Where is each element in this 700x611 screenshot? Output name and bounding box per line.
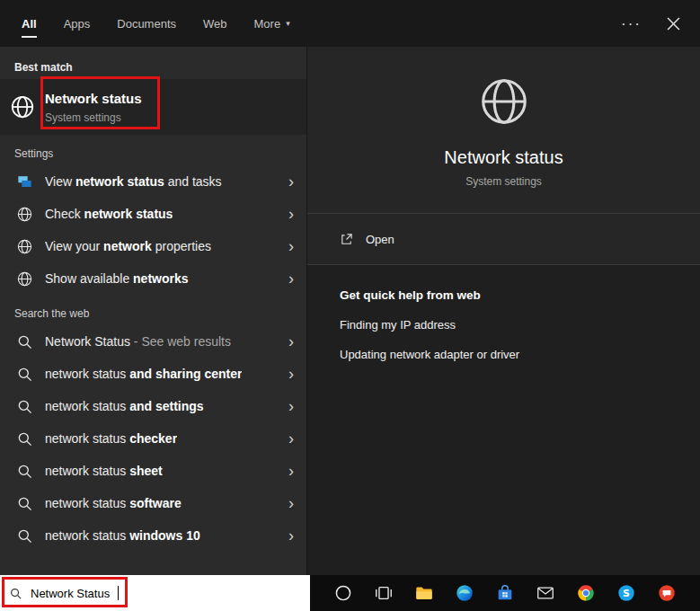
top-tab-label: All: [22, 17, 37, 31]
result-item-label: network status and sharing center: [45, 367, 242, 381]
search-result-item[interactable]: network status and sharing center ›: [0, 358, 306, 390]
task-view-button[interactable]: [371, 580, 396, 606]
mail-button[interactable]: [533, 580, 558, 606]
search-result-item[interactable]: network status and settings ›: [0, 390, 306, 422]
top-tab[interactable]: Apps ▾: [64, 0, 91, 47]
more-options-icon[interactable]: ···: [621, 16, 642, 31]
top-tab-label: More: [254, 17, 281, 31]
taskbar-icons: S: [310, 575, 700, 611]
search-result-item[interactable]: View your network properties ›: [0, 230, 306, 262]
chevron-right-icon[interactable]: ›: [283, 206, 299, 222]
window-actions: ···: [621, 0, 700, 47]
chrome-icon: [576, 583, 596, 603]
preview-title: Network status: [307, 147, 700, 168]
globe-icon: [9, 93, 36, 120]
result-item-icon: [14, 172, 34, 191]
preview-hero: Network status System settings: [307, 47, 700, 213]
search-result-item[interactable]: View network status and tasks ›: [0, 165, 306, 198]
result-item-icon: [14, 204, 34, 224]
chat-icon: [657, 583, 677, 603]
search-result-item[interactable]: Show available networks ›: [0, 262, 306, 295]
chevron-right-icon[interactable]: ›: [283, 366, 299, 382]
search-icon: [9, 587, 22, 600]
skype-icon: S: [616, 583, 636, 603]
chevron-right-icon[interactable]: ›: [283, 463, 299, 479]
cortana-button[interactable]: [331, 580, 356, 606]
edge-button[interactable]: [452, 580, 477, 606]
result-item-icon: [14, 526, 34, 545]
web-section-label: Search the web: [14, 307, 306, 320]
taskbar-search-input[interactable]: Network Status: [0, 575, 310, 611]
top-tab[interactable]: More ▾: [254, 0, 290, 47]
search-result-item[interactable]: network status checker ›: [0, 422, 306, 455]
search-filter-bar: All ▾ Apps ▾ Documents ▾ Web ▾ More ▾ ··…: [0, 0, 700, 47]
search-results-area: Best match Network status System setting…: [0, 47, 700, 575]
result-item-label: network status and settings: [45, 399, 204, 413]
top-tab-label: Documents: [117, 17, 176, 31]
result-item-icon: [14, 429, 34, 448]
help-link[interactable]: Finding my IP address: [340, 318, 456, 332]
quick-help-header: Get quick help from web: [340, 288, 668, 302]
open-icon: [340, 233, 353, 246]
top-tab-label: Apps: [64, 17, 91, 31]
top-tab[interactable]: Documents ▾: [117, 0, 176, 47]
chat-button[interactable]: [654, 580, 679, 606]
result-item-label: network status software: [45, 496, 182, 510]
store-button[interactable]: [492, 580, 518, 606]
chevron-right-icon[interactable]: ›: [283, 398, 299, 414]
taskbar: Network Status: [0, 575, 700, 611]
result-item-icon: [14, 269, 34, 288]
chevron-right-icon[interactable]: ›: [283, 333, 299, 350]
top-tab[interactable]: All ▾: [22, 0, 37, 47]
result-item-icon: [14, 493, 34, 513]
quick-help-links: Finding my IP addressUpdating network ad…: [340, 318, 668, 361]
best-match-item[interactable]: Network status System settings: [0, 79, 306, 135]
result-item-icon: [14, 332, 34, 351]
filter-tabs: All ▾ Apps ▾ Documents ▾ Web ▾ More ▾: [0, 0, 290, 47]
result-item-label: View network status and tasks: [45, 174, 222, 189]
skype-button[interactable]: S: [614, 580, 639, 606]
search-result-item[interactable]: network status software ›: [0, 487, 306, 519]
open-action[interactable]: Open: [307, 213, 700, 265]
result-item-label: network status sheet: [45, 464, 163, 478]
cortana-icon: [333, 583, 353, 603]
search-result-item[interactable]: network status sheet ›: [0, 455, 306, 487]
settings-results-list: View network status and tasks › Check ne…: [0, 165, 306, 295]
result-item-icon: [14, 396, 34, 416]
top-tab[interactable]: Web ▾: [203, 0, 227, 47]
file-explorer-button[interactable]: [412, 580, 437, 606]
close-button[interactable]: [667, 17, 680, 31]
result-item-label: network status windows 10: [45, 528, 200, 543]
preview-panel: Network status System settings Open Get …: [306, 47, 700, 575]
search-result-item[interactable]: Network Status - See web results ›: [0, 325, 306, 358]
result-item-label: Check network status: [45, 207, 173, 221]
task-view-icon: [374, 583, 394, 603]
search-result-item[interactable]: network status windows 10 ›: [0, 519, 306, 552]
web-results-list: Network Status - See web results › netwo…: [0, 325, 306, 552]
help-link[interactable]: Updating network adapter or driver: [340, 348, 519, 361]
search-result-item[interactable]: Check network status ›: [0, 198, 306, 230]
result-item-icon: [14, 364, 34, 384]
best-match-section-label: Best match: [14, 61, 306, 74]
search-input-value: Network Status: [31, 587, 110, 600]
close-icon: [667, 17, 680, 31]
chevron-right-icon[interactable]: ›: [283, 270, 299, 287]
store-icon: [495, 583, 515, 603]
quick-help-section: Get quick help from web Finding my IP ad…: [307, 265, 700, 385]
chevron-right-icon[interactable]: ›: [283, 527, 299, 544]
globe-icon: [476, 74, 532, 129]
caret-down-icon: ▾: [286, 19, 290, 28]
chevron-right-icon[interactable]: ›: [283, 173, 299, 190]
file-explorer-icon: [414, 583, 434, 603]
result-item-icon: [14, 236, 34, 256]
text-cursor: [118, 586, 119, 600]
chevron-right-icon[interactable]: ›: [283, 238, 299, 254]
chevron-right-icon[interactable]: ›: [283, 430, 299, 447]
edge-icon: [455, 583, 474, 603]
settings-section-label: Settings: [14, 147, 306, 160]
svg-text:S: S: [623, 588, 630, 599]
chrome-button[interactable]: [573, 580, 598, 606]
result-item-label: Network Status - See web results: [45, 334, 231, 349]
windows-search-window: All ▾ Apps ▾ Documents ▾ Web ▾ More ▾ ··…: [0, 0, 700, 611]
chevron-right-icon[interactable]: ›: [283, 495, 299, 511]
